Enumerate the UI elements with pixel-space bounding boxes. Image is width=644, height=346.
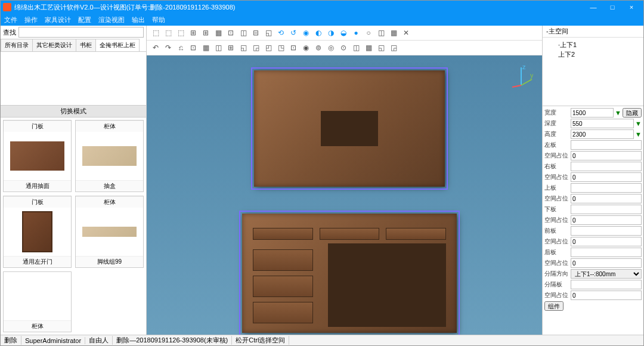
tool-icon[interactable]: ◳	[275, 42, 286, 53]
tool-icon[interactable]: ◎	[326, 42, 336, 53]
menu-file[interactable]: 文件	[4, 16, 17, 24]
space-input[interactable]	[571, 237, 642, 246]
tree-header[interactable]: -主空间	[543, 26, 643, 38]
tool-icon[interactable]: ↺	[288, 27, 299, 38]
tool-icon[interactable]: ○	[363, 27, 374, 38]
tool-icon[interactable]: ◱	[238, 42, 249, 53]
tree-item[interactable]: 上下2	[547, 50, 639, 59]
menu-output[interactable]: 输出	[132, 16, 145, 24]
upper-cabinet[interactable]	[254, 70, 445, 187]
bottom-panel-input[interactable]	[571, 205, 642, 214]
tab-bookcase[interactable]: 书柜	[76, 39, 96, 51]
statusbar: 删除 SuperAdministrator 自由人 删除—20180919112…	[1, 335, 643, 345]
tool-icon[interactable]: ◱	[263, 27, 274, 38]
status-user[interactable]: SuperAdministrator	[21, 337, 85, 344]
width-input[interactable]	[571, 108, 614, 118]
space-input[interactable]	[571, 291, 642, 300]
tab-full[interactable]: 全掩书柜上柜	[95, 39, 140, 51]
catalog-item[interactable]: 柜体	[3, 271, 72, 332]
center-panel: ⬚ ⬚ ⬚ ⊞ ⊞ ▦ ⊡ ◫ ⊟ ◱ ⟲ ↺ ◉ ◐ ◑ ◒ ● ○ ◫ ▦	[147, 26, 542, 335]
tool-icon[interactable]: ◰	[263, 42, 274, 53]
switch-mode-header: 切换模式	[1, 106, 146, 118]
space-input[interactable]	[571, 215, 642, 225]
tool-icon[interactable]: ⟲	[275, 27, 286, 38]
tool-icon[interactable]: ◒	[338, 27, 349, 38]
tool-icon[interactable]: ◫	[351, 42, 361, 53]
tool-icon[interactable]: ◉	[301, 27, 311, 38]
menu-config[interactable]: 配置	[78, 16, 91, 24]
left-panel-input[interactable]	[571, 140, 642, 150]
left-tabs: 所有目录 其它柜类设计 书柜 全掩书柜上柜	[1, 39, 146, 52]
depth-input[interactable]	[571, 119, 634, 128]
tool-icon[interactable]: ✕	[401, 27, 411, 38]
tool-icon[interactable]: ⊙	[338, 42, 349, 53]
window-title: 绵绵出木工艺设计软件V2.0—设计视图(订单号:删除-201809191126-…	[14, 3, 584, 12]
status-hint: 松开Ctrl选择空间	[232, 336, 289, 345]
catalog-item[interactable]: 门板 通用左开门	[3, 196, 72, 268]
menu-render[interactable]: 渲染视图	[98, 16, 125, 24]
tab-other[interactable]: 其它柜类设计	[32, 39, 76, 51]
menu-furniture[interactable]: 家具设计	[45, 16, 71, 24]
status-role[interactable]: 自由人	[85, 336, 113, 345]
catalog-item[interactable]: 柜体 脚线组99	[75, 196, 144, 268]
tool-icon[interactable]: ↷	[163, 42, 174, 53]
tool-icon[interactable]: ◫	[238, 27, 249, 38]
tool-icon[interactable]: ●	[351, 27, 361, 38]
tool-icon[interactable]: ⬚	[175, 27, 186, 38]
tool-icon[interactable]: ⊞	[200, 27, 211, 38]
hide-button[interactable]: 隐藏	[623, 108, 642, 118]
tool-icon[interactable]: ◐	[313, 27, 324, 38]
catalog-item[interactable]: 门板 通用抽面	[3, 120, 72, 192]
tool-icon[interactable]: ▦	[200, 42, 211, 53]
tool-icon[interactable]: ◲	[388, 42, 399, 53]
desk-cabinet[interactable]	[242, 214, 457, 333]
component-button[interactable]: 组件	[544, 301, 564, 311]
catalog-item[interactable]: 柜体 抽盒	[75, 120, 144, 192]
tool-icon[interactable]: ↶	[150, 42, 161, 53]
tree-item[interactable]: ·上下1	[547, 40, 639, 50]
3d-viewport[interactable]: zy	[147, 55, 542, 335]
tool-icon[interactable]: ◫	[376, 27, 386, 38]
tool-icon[interactable]: ▦	[388, 27, 399, 38]
menu-help[interactable]: 帮助	[152, 16, 165, 24]
tool-icon[interactable]: ⊞	[225, 42, 236, 53]
height-input[interactable]	[571, 129, 634, 139]
tool-icon[interactable]: ⬚	[150, 27, 161, 38]
right-panel-input[interactable]	[571, 162, 642, 171]
tool-icon[interactable]: ⊚	[313, 42, 324, 53]
space-input[interactable]	[571, 172, 642, 182]
status-item[interactable]: 删除	[1, 336, 21, 345]
tool-icon[interactable]: ⊡	[288, 42, 299, 53]
menubar: 文件 操作 家具设计 配置 渲染视图 输出 帮助	[1, 14, 643, 26]
scene-tree: ·上下1 上下2	[543, 38, 643, 106]
close-button[interactable]: ×	[622, 1, 641, 14]
search-input[interactable]	[18, 27, 144, 38]
divider-input[interactable]	[571, 280, 642, 289]
tool-icon[interactable]: ◑	[326, 27, 336, 38]
back-panel-input[interactable]	[571, 248, 642, 257]
tool-icon[interactable]: ⊞	[188, 27, 199, 38]
tool-icon[interactable]: ◱	[376, 42, 386, 53]
tool-icon[interactable]: ⊟	[250, 27, 261, 38]
search-label: 查找	[3, 28, 16, 37]
tool-icon[interactable]: ▦	[363, 42, 374, 53]
tab-all[interactable]: 所有目录	[1, 39, 33, 51]
space-input[interactable]	[571, 194, 642, 203]
divide-dir-select[interactable]: 上下1--:800mm	[571, 269, 642, 279]
front-panel-input[interactable]	[571, 226, 642, 236]
tool-icon[interactable]: ⊡	[225, 27, 236, 38]
space-input[interactable]	[571, 151, 642, 160]
tool-icon[interactable]: ⬚	[163, 27, 174, 38]
tool-icon[interactable]: ◫	[213, 42, 224, 53]
maximize-button[interactable]: □	[603, 1, 622, 14]
space-input[interactable]	[571, 258, 642, 268]
tool-icon[interactable]: ◲	[250, 42, 261, 53]
tool-icon[interactable]: ◉	[301, 42, 311, 53]
minimize-button[interactable]: —	[584, 1, 603, 14]
tool-icon[interactable]: ⎌	[175, 42, 186, 53]
tool-icon[interactable]: ⊡	[188, 42, 199, 53]
menu-operate[interactable]: 操作	[24, 16, 38, 24]
status-order[interactable]: 删除—201809191126-393908(未审核)	[113, 336, 232, 345]
top-panel-input[interactable]	[571, 183, 642, 193]
tool-icon[interactable]: ▦	[213, 27, 224, 38]
